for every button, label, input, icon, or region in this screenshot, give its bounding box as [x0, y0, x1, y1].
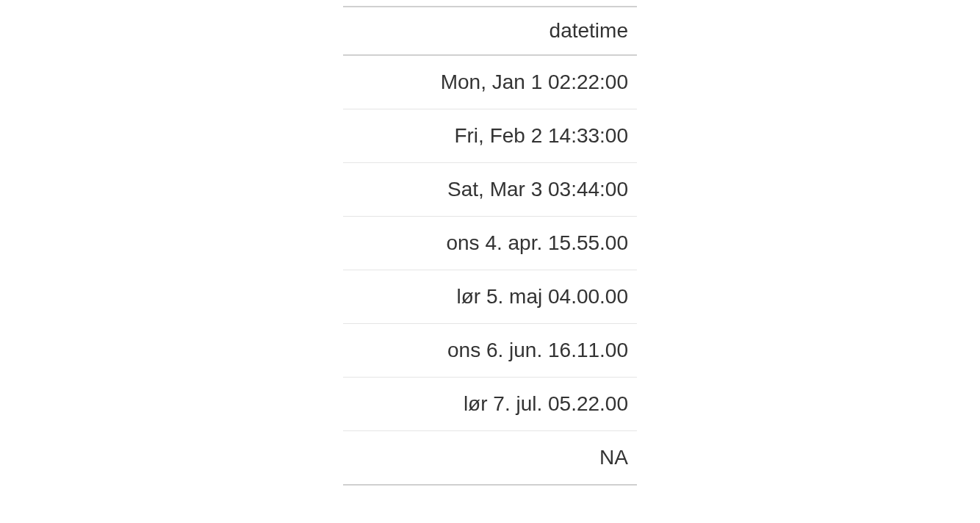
table-row: Sat, Mar 3 03:44:00 — [343, 163, 637, 217]
table-row: ons 4. apr. 15.55.00 — [343, 217, 637, 270]
table-header-row: datetime — [343, 7, 637, 55]
datetime-cell: ons 6. jun. 16.11.00 — [343, 324, 637, 378]
datetime-cell: ons 4. apr. 15.55.00 — [343, 217, 637, 270]
datetime-cell: lør 7. jul. 05.22.00 — [343, 378, 637, 431]
data-table: datetime Mon, Jan 1 02:22:00 Fri, Feb 2 … — [343, 6, 637, 486]
datetime-cell: lør 5. maj 04.00.00 — [343, 270, 637, 324]
datetime-cell: Sat, Mar 3 03:44:00 — [343, 163, 637, 217]
table-row: ons 6. jun. 16.11.00 — [343, 324, 637, 378]
table-row: lør 5. maj 04.00.00 — [343, 270, 637, 324]
table-row: NA — [343, 431, 637, 486]
datetime-cell: Fri, Feb 2 14:33:00 — [343, 109, 637, 163]
column-header-datetime: datetime — [343, 7, 637, 55]
table-row: Mon, Jan 1 02:22:00 — [343, 55, 637, 109]
datetime-cell: Mon, Jan 1 02:22:00 — [343, 55, 637, 109]
table-row: lør 7. jul. 05.22.00 — [343, 378, 637, 431]
table-row: Fri, Feb 2 14:33:00 — [343, 109, 637, 163]
table-container: datetime Mon, Jan 1 02:22:00 Fri, Feb 2 … — [343, 6, 637, 486]
datetime-cell: NA — [343, 431, 637, 486]
